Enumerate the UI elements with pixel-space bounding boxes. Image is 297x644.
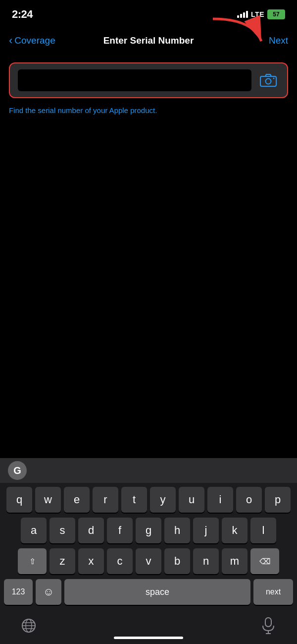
svg-point-3 xyxy=(273,78,275,79)
svg-point-2 xyxy=(266,79,271,84)
globe-svg xyxy=(21,618,36,633)
key-s[interactable]: s xyxy=(50,518,75,543)
key-l[interactable]: l xyxy=(250,518,276,543)
microphone-svg xyxy=(261,617,276,634)
key-y[interactable]: y xyxy=(150,487,176,513)
globe-icon[interactable] xyxy=(20,617,38,635)
key-z[interactable]: z xyxy=(50,548,75,574)
home-indicator xyxy=(0,637,297,644)
key-k[interactable]: k xyxy=(222,518,248,543)
key-j[interactable]: j xyxy=(193,518,219,543)
chevron-left-icon: ‹ xyxy=(9,35,12,46)
keyboard-row-1: q w e r t y u i o p xyxy=(2,487,295,513)
key-b[interactable]: b xyxy=(164,548,190,574)
home-bar xyxy=(114,637,183,639)
back-label: Coverage xyxy=(14,35,55,46)
red-arrow-annotation xyxy=(208,14,267,56)
status-time: 2:24 xyxy=(12,8,33,21)
keyboard-section: G q w e r t y u i o p a s d f g h j k l xyxy=(0,458,297,644)
key-d[interactable]: d xyxy=(78,518,104,543)
shift-key[interactable]: ⇧ xyxy=(18,548,47,574)
keyboard: q w e r t y u i o p a s d f g h j k l ⇧ … xyxy=(0,483,297,612)
key-r[interactable]: r xyxy=(93,487,118,513)
numeric-key[interactable]: 123 xyxy=(4,579,33,605)
key-i[interactable]: i xyxy=(207,487,233,513)
delete-key[interactable]: ⌫ xyxy=(250,548,279,574)
key-u[interactable]: u xyxy=(179,487,204,513)
keyboard-bottom-row: 123 ☺ space next xyxy=(2,579,295,605)
camera-button[interactable] xyxy=(257,69,279,91)
key-g[interactable]: g xyxy=(136,518,161,543)
key-t[interactable]: t xyxy=(121,487,147,513)
keyboard-row-3: ⇧ z x c v b n m ⌫ xyxy=(2,548,295,574)
page-title: Enter Serial Number xyxy=(103,35,194,46)
space-key[interactable]: space xyxy=(64,579,250,605)
serial-number-input[interactable] xyxy=(18,69,251,91)
key-v[interactable]: v xyxy=(136,548,161,574)
keyboard-top-bar: G xyxy=(0,458,297,483)
key-f[interactable]: f xyxy=(107,518,133,543)
bottom-toolbar xyxy=(0,612,297,637)
battery-level: 57 xyxy=(273,11,279,18)
key-m[interactable]: m xyxy=(222,548,248,574)
key-x[interactable]: x xyxy=(78,548,104,574)
microphone-icon[interactable] xyxy=(259,617,277,635)
key-q[interactable]: q xyxy=(6,487,32,513)
key-e[interactable]: e xyxy=(64,487,90,513)
key-a[interactable]: a xyxy=(21,518,47,543)
svg-rect-9 xyxy=(265,618,271,627)
key-h[interactable]: h xyxy=(164,518,190,543)
serial-input-container[interactable] xyxy=(9,62,288,98)
back-button[interactable]: ‹ Coverage xyxy=(9,35,55,46)
battery-indicator: 57 xyxy=(267,9,285,19)
keyboard-row-2: a s d f g h j k l xyxy=(2,518,295,543)
grammarly-letter: G xyxy=(13,465,21,476)
find-serial-link[interactable]: Find the serial number of your Apple pro… xyxy=(9,105,288,116)
key-p[interactable]: p xyxy=(265,487,291,513)
keyboard-next-key[interactable]: next xyxy=(253,579,293,605)
main-content: Find the serial number of your Apple pro… xyxy=(0,55,297,123)
camera-icon xyxy=(260,73,277,87)
emoji-key[interactable]: ☺ xyxy=(36,579,61,605)
grammarly-button[interactable]: G xyxy=(8,461,27,480)
key-o[interactable]: o xyxy=(236,487,262,513)
key-n[interactable]: n xyxy=(193,548,219,574)
key-c[interactable]: c xyxy=(107,548,133,574)
next-button[interactable]: Next xyxy=(269,35,288,46)
key-w[interactable]: w xyxy=(35,487,61,513)
